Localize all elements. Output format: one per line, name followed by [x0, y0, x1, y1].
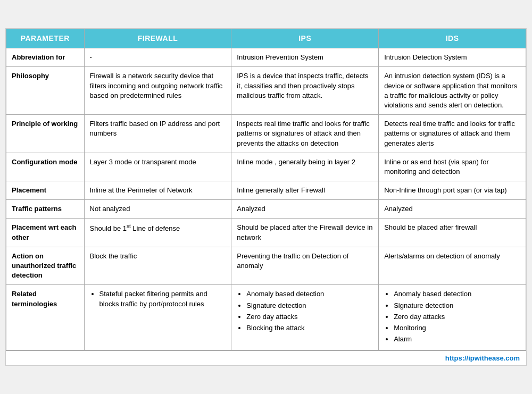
firewall-cell: Not analyzed: [84, 200, 231, 219]
table-row: PhilosophyFirewall is a network security…: [6, 67, 526, 115]
ips-cell-list: Anomaly based detectionSignature detecti…: [231, 285, 379, 350]
param-cell: Configuration mode: [6, 153, 85, 181]
table-row: Abbreviation for-Intrusion Prevention Sy…: [6, 48, 526, 67]
list-item: Anomaly based detection: [394, 289, 520, 299]
ips-cell: Intrusion Prevention System: [231, 48, 379, 67]
list-item: Blocking the attack: [246, 323, 373, 333]
param-cell: Principle of working: [6, 115, 85, 153]
list-item: Signature detection: [394, 301, 520, 311]
footer-url: https://ipwithease.com: [6, 350, 526, 365]
table-row: Placement wrt each otherShould be 1st Li…: [6, 219, 526, 247]
list-item: Stateful packet filtering permits and bl…: [99, 289, 226, 308]
firewall-cell-list: Stateful packet filtering permits and bl…: [84, 285, 231, 350]
param-cell: Placement wrt each other: [6, 219, 85, 247]
header-firewall: FIREWALL: [84, 29, 231, 48]
table-row: Related terminologiesStateful packet fil…: [6, 285, 526, 350]
header-ids: IDS: [379, 29, 526, 48]
list-item: Alarm: [394, 334, 520, 344]
table-row: Configuration modeLayer 3 mode or transp…: [6, 153, 526, 181]
firewall-cell: Inline at the Perimeter of Network: [84, 181, 231, 200]
ids-cell: An intrusion detection system (IDS) is a…: [379, 67, 526, 115]
ips-cell: Inline mode , generally being in layer 2: [231, 153, 379, 181]
ids-cell: Should be placed after firewall: [379, 219, 526, 247]
ids-cell: Analyzed: [379, 200, 526, 219]
header-parameter: PARAMETER: [6, 29, 85, 48]
ips-cell: Analyzed: [231, 200, 379, 219]
table-row: Action on unauthorized traffic detection…: [6, 247, 526, 285]
list-item: Anomaly based detection: [246, 289, 373, 299]
firewall-cell: Should be 1st Line of defense: [84, 219, 231, 247]
ips-cell: inspects real time traffic and looks for…: [231, 115, 379, 153]
table-row: Traffic patternsNot analyzedAnalyzedAnal…: [6, 200, 526, 219]
param-cell: Abbreviation for: [6, 48, 85, 67]
ids-cell: Intrusion Detection System: [379, 48, 526, 67]
ips-cell: Should be placed after the Firewall devi…: [231, 219, 379, 247]
list-item: Zero day attacks: [246, 312, 373, 322]
param-cell: Traffic patterns: [6, 200, 85, 219]
ids-cell: Alerts/alarms on detection of anomaly: [379, 247, 526, 285]
header-ips: IPS: [231, 29, 379, 48]
table-row: Principle of workingFilters traffic base…: [6, 115, 526, 153]
ips-cell: Preventing the traffic on Detection of a…: [231, 247, 379, 285]
firewall-cell: -: [84, 48, 231, 67]
ids-cell: Inline or as end host (via span) for mon…: [379, 153, 526, 181]
firewall-cell: Layer 3 mode or transparent mode: [84, 153, 231, 181]
param-cell: Philosophy: [6, 67, 85, 115]
param-cell: Placement: [6, 181, 85, 200]
list-item: Signature detection: [246, 301, 373, 311]
param-cell: Action on unauthorized traffic detection: [6, 247, 85, 285]
list-item: Monitoring: [394, 323, 520, 333]
main-container: PARAMETER FIREWALL IPS IDS Abbreviation …: [5, 28, 527, 366]
ips-cell: IPS is a device that inspects traffic, d…: [231, 67, 379, 115]
firewall-cell: Firewall is a network security device th…: [84, 67, 231, 115]
comparison-table: PARAMETER FIREWALL IPS IDS Abbreviation …: [6, 29, 526, 351]
param-cell: Related terminologies: [6, 285, 85, 350]
ids-cell: Detects real time traffic and looks for …: [379, 115, 526, 153]
list-item: Zero day attacks: [394, 312, 520, 322]
firewall-cell: Block the traffic: [84, 247, 231, 285]
ids-cell-list: Anomaly based detectionSignature detecti…: [379, 285, 526, 350]
firewall-cell: Filters traffic based on IP address and …: [84, 115, 231, 153]
ids-cell: Non-Inline through port span (or via tap…: [379, 181, 526, 200]
ips-cell: Inline generally after Firewall: [231, 181, 379, 200]
table-row: PlacementInline at the Perimeter of Netw…: [6, 181, 526, 200]
